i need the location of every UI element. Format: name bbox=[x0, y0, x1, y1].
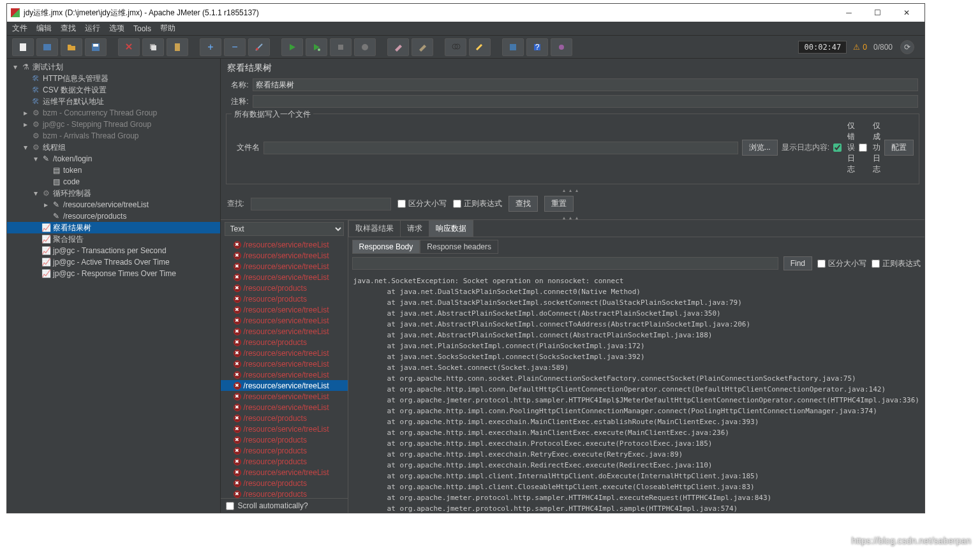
tree-node[interactable]: ⚙bzm - Arrivals Thread Group bbox=[7, 130, 220, 142]
sample-row[interactable]: ✖/resource/service/treeList bbox=[221, 250, 348, 261]
sample-row[interactable]: ✖/resource/service/treeList bbox=[221, 358, 348, 369]
menu-查找[interactable]: 查找 bbox=[61, 23, 76, 34]
name-input[interactable] bbox=[253, 78, 918, 91]
success-only-checkbox[interactable]: 仅成功日志 bbox=[859, 121, 880, 175]
copy-button[interactable] bbox=[142, 38, 164, 56]
sample-row[interactable]: ✖/resource/service/treeList bbox=[221, 239, 348, 250]
tree-node[interactable]: 🛠运维平台默认地址 bbox=[7, 96, 220, 107]
sample-row[interactable]: ✖/resource/service/treeList bbox=[221, 315, 348, 326]
collapse-button[interactable]: − bbox=[224, 38, 246, 56]
menu-帮助[interactable]: 帮助 bbox=[160, 23, 175, 34]
tree-node[interactable]: ✎/resource/products bbox=[7, 210, 220, 222]
scroll-auto-checkbox[interactable] bbox=[226, 502, 234, 510]
toggle-button[interactable] bbox=[248, 38, 270, 56]
sample-row[interactable]: ✖/resource/service/treeList bbox=[221, 391, 348, 402]
gc-icon[interactable]: ⟳ bbox=[900, 40, 914, 54]
tree-node[interactable]: ▾⚙循环控制器 bbox=[7, 187, 220, 199]
sample-row[interactable]: ✖/resource/products bbox=[221, 413, 348, 423]
tree-node[interactable]: ▤code bbox=[7, 176, 220, 187]
tree-node[interactable]: ▸⚙bzm - Concurrency Thread Group bbox=[7, 107, 220, 119]
tree-node[interactable]: ▾⚙线程组 bbox=[7, 142, 220, 153]
find-regex-checkbox[interactable]: 正则表达式 bbox=[872, 258, 921, 269]
search-btn[interactable]: 查找 bbox=[509, 196, 538, 212]
errors-only-checkbox[interactable]: 仅错误日志 bbox=[833, 121, 855, 175]
sample-row[interactable]: ✖/resource/service/treeList bbox=[221, 423, 348, 434]
filename-input[interactable] bbox=[264, 142, 738, 154]
samples-list[interactable]: ✖/resource/service/treeList✖/resource/se… bbox=[221, 238, 348, 498]
tree-node[interactable]: 🛠HTTP信息头管理器 bbox=[7, 73, 220, 84]
menu-选项[interactable]: 选项 bbox=[109, 23, 124, 34]
tree-node[interactable]: 📈察看结果树 bbox=[7, 222, 220, 233]
browse-button[interactable]: 浏览... bbox=[742, 140, 778, 156]
close-button[interactable]: ✕ bbox=[892, 4, 921, 22]
expand-button[interactable]: + bbox=[200, 38, 221, 56]
tree-node[interactable]: ▾⚗测试计划 bbox=[7, 61, 220, 73]
search-input[interactable] bbox=[251, 198, 391, 210]
new-button[interactable] bbox=[12, 38, 34, 56]
sample-row[interactable]: ✖/resource/service/treeList bbox=[221, 467, 348, 478]
sample-row[interactable]: ✖/resource/products bbox=[221, 489, 348, 498]
subtab-response-headers[interactable]: Response headers bbox=[420, 240, 498, 254]
sample-row[interactable]: ✖/resource/products bbox=[221, 434, 348, 445]
tab-response-data[interactable]: 响应数据 bbox=[429, 220, 473, 237]
regex-checkbox[interactable]: 正则表达式 bbox=[453, 198, 502, 209]
function-helper-button[interactable] bbox=[502, 38, 524, 56]
renderer-dropdown[interactable]: Text bbox=[225, 222, 344, 236]
tree-node[interactable]: ▤token bbox=[7, 165, 220, 176]
menu-运行[interactable]: 运行 bbox=[85, 23, 100, 34]
response-body-text[interactable]: java.net.SocketException: Socket operati… bbox=[348, 273, 924, 513]
sample-row[interactable]: ✖/resource/products bbox=[221, 445, 348, 456]
reset-search-button[interactable] bbox=[469, 38, 491, 56]
comment-input[interactable] bbox=[253, 95, 918, 108]
sample-row[interactable]: ✖/resource/service/treeList bbox=[221, 326, 348, 337]
tree-node[interactable]: ▾✎/token/login bbox=[7, 153, 220, 165]
search-button[interactable] bbox=[445, 38, 466, 56]
sample-row[interactable]: ✖/resource/products bbox=[221, 293, 348, 304]
stop-button[interactable] bbox=[330, 38, 352, 56]
find-input[interactable] bbox=[352, 257, 778, 270]
options-button[interactable] bbox=[551, 38, 572, 56]
tree-node[interactable]: ▸✎/resource/service/treeList bbox=[7, 199, 220, 210]
start-button[interactable] bbox=[281, 38, 303, 56]
paste-button[interactable] bbox=[167, 38, 188, 56]
tree-node[interactable]: 📈jp@gc - Active Threads Over Time bbox=[7, 256, 220, 268]
tab-request[interactable]: 请求 bbox=[400, 220, 429, 237]
save-button[interactable] bbox=[85, 38, 107, 56]
maximize-button[interactable]: ☐ bbox=[863, 4, 892, 22]
warning-indicator[interactable]: ⚠ 0 bbox=[853, 43, 867, 52]
menu-Tools[interactable]: Tools bbox=[133, 24, 151, 33]
tree-node[interactable]: 📈聚合报告 bbox=[7, 233, 220, 245]
open-button[interactable] bbox=[61, 38, 82, 56]
sample-row[interactable]: ✖/resource/products bbox=[221, 337, 348, 348]
tree-node[interactable]: 📈jp@gc - Response Times Over Time bbox=[7, 268, 220, 279]
subtab-response-body[interactable]: Response Body bbox=[352, 240, 420, 254]
minimize-button[interactable]: ─ bbox=[835, 4, 863, 22]
sample-row[interactable]: ✖/resource/service/treeList bbox=[221, 380, 348, 391]
sample-row[interactable]: ✖/resource/service/treeList bbox=[221, 304, 348, 315]
help-button[interactable]: ? bbox=[526, 38, 548, 56]
cut-button[interactable] bbox=[118, 38, 140, 56]
clear-all-button[interactable] bbox=[412, 38, 433, 56]
shutdown-button[interactable] bbox=[354, 38, 376, 56]
tree-node[interactable]: ▸⚙jp@gc - Stepping Thread Group bbox=[7, 119, 220, 130]
tree-node[interactable]: 🛠CSV 数据文件设置 bbox=[7, 84, 220, 96]
reset-btn[interactable]: 重置 bbox=[544, 196, 574, 212]
find-button[interactable]: Find bbox=[783, 256, 812, 270]
start-no-pause-button[interactable] bbox=[306, 38, 327, 56]
sample-row[interactable]: ✖/resource/products bbox=[221, 456, 348, 467]
clear-button[interactable] bbox=[387, 38, 409, 56]
menu-文件[interactable]: 文件 bbox=[12, 23, 27, 34]
menu-编辑[interactable]: 编辑 bbox=[36, 23, 52, 34]
sample-row[interactable]: ✖/resource/products bbox=[221, 478, 348, 489]
case-checkbox[interactable]: 区分大小写 bbox=[397, 198, 447, 209]
sample-row[interactable]: ✖/resource/service/treeList bbox=[221, 261, 348, 272]
templates-button[interactable] bbox=[36, 38, 58, 56]
sample-row[interactable]: ✖/resource/service/treeList bbox=[221, 369, 348, 380]
sample-row[interactable]: ✖/resource/service/treeList bbox=[221, 348, 348, 358]
sample-row[interactable]: ✖/resource/service/treeList bbox=[221, 402, 348, 413]
find-case-checkbox[interactable]: 区分大小写 bbox=[817, 258, 866, 269]
tree-node[interactable]: 📈jp@gc - Transactions per Second bbox=[7, 245, 220, 256]
sample-row[interactable]: ✖/resource/service/treeList bbox=[221, 272, 348, 283]
test-plan-tree[interactable]: ▾⚗测试计划🛠HTTP信息头管理器🛠CSV 数据文件设置🛠运维平台默认地址▸⚙b… bbox=[7, 59, 221, 513]
sample-row[interactable]: ✖/resource/products bbox=[221, 283, 348, 293]
